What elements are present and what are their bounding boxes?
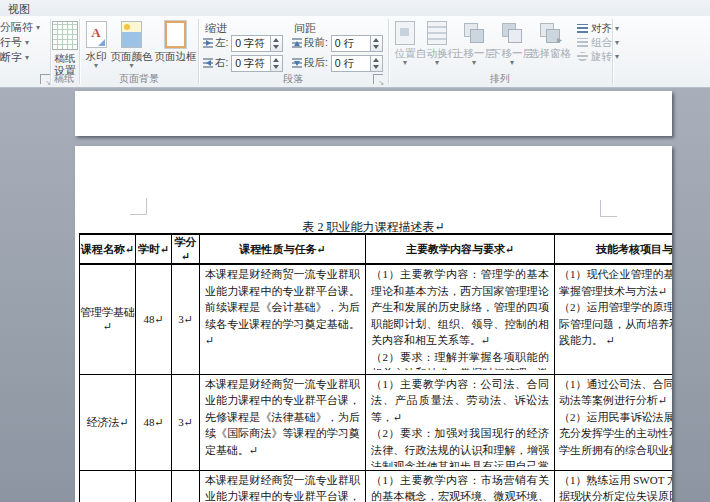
cell-content[interactable]: （1）主要教学内容：公司法、合同法、产品质量法、劳动法、诉讼法等，↵（2）要求：… bbox=[366, 374, 555, 470]
tab-view[interactable]: 视图 bbox=[8, 2, 30, 17]
table-header-row: 课程名称↵ 学时↵ 学分↵ 课程性质与任务↵ 主要教学内容与要求↵ 技能考核项目… bbox=[80, 234, 673, 264]
paragraph-group-label: 段落 bbox=[198, 72, 388, 86]
spin-down-icon[interactable] bbox=[273, 45, 279, 49]
spacing-section-label: 间距 bbox=[294, 21, 316, 36]
header-nature[interactable]: 课程性质与任务↵ bbox=[200, 234, 366, 264]
breaks-button[interactable]: 分隔符▾ bbox=[0, 20, 40, 34]
course-description-table: 课程名称↵ 学时↵ 学分↵ 课程性质与任务↵ 主要教学内容与要求↵ 技能考核项目… bbox=[79, 233, 672, 502]
page-color-icon bbox=[121, 21, 142, 48]
cell-assessment[interactable]: （1）通过公司法、合同法、动法等案例进行分析↵（2）运用民事诉讼法展开模充分发挥… bbox=[555, 374, 673, 470]
indent-right-row: 右: 0 字符 bbox=[203, 55, 283, 72]
header-course-name[interactable]: 课程名称↵ bbox=[80, 234, 136, 264]
position-icon bbox=[395, 21, 415, 45]
header-hours[interactable]: 学时↵ bbox=[136, 234, 172, 264]
margin-corner-mark-left bbox=[130, 198, 147, 215]
cell-course-name[interactable]: 管理学基础↵ bbox=[80, 264, 136, 374]
indent-right-icon bbox=[203, 58, 213, 68]
cell-hours[interactable]: 48↵ bbox=[136, 374, 172, 470]
cell-course-name[interactable]: 经济法↵ bbox=[80, 374, 136, 470]
chevron-down-icon: ▾ bbox=[25, 53, 29, 62]
header-assessment[interactable]: 技能考核项目与 bbox=[555, 234, 673, 264]
cell-credits[interactable]: 3↵ bbox=[172, 374, 200, 470]
spacing-after-icon bbox=[292, 58, 302, 68]
cell-credits[interactable] bbox=[172, 470, 200, 502]
rotate-icon bbox=[577, 52, 588, 61]
indent-right-stepper[interactable] bbox=[271, 55, 283, 72]
spin-up-icon[interactable] bbox=[373, 38, 379, 42]
spacing-after-stepper[interactable] bbox=[371, 55, 383, 72]
ribbon-page-layout: 分隔符▾ 行号▾ 断字▾ ↘ 稿纸 设置 稿纸 A 水印 ▾ 页面颜色 ▾ 页面… bbox=[0, 16, 710, 88]
chevron-down-icon: ▾ bbox=[615, 52, 619, 61]
spin-up-icon[interactable] bbox=[273, 58, 279, 62]
bring-forward-icon bbox=[462, 21, 486, 45]
indent-left-row: 左: 0 字符 bbox=[203, 35, 283, 52]
indent-right-input[interactable]: 0 字符 bbox=[231, 55, 271, 72]
cell-content[interactable]: （1）主要教学内容：市场营销有关的基本概念，宏观环境、微观环境、营销环境分析方 bbox=[366, 470, 555, 502]
indent-section-label: 缩进 bbox=[205, 21, 227, 36]
margin-corner-mark-right bbox=[600, 200, 617, 217]
manuscript-group-label: 稿纸 bbox=[50, 72, 78, 86]
cell-nature[interactable]: 本课程是财经商贸一流专业群职业能力课程中的专业群平台课。前续课程是《会计基础》，… bbox=[200, 264, 366, 374]
spin-down-icon[interactable] bbox=[273, 65, 279, 69]
chevron-down-icon: ▾ bbox=[83, 62, 109, 70]
header-content[interactable]: 主要教学内容与要求↵ bbox=[366, 234, 555, 264]
current-page[interactable]: 表 2 职业能力课程描述表↵ 课程名称↵ 学时↵ 学分↵ 课程性质与任务↵ 主要… bbox=[75, 146, 672, 502]
spin-up-icon[interactable] bbox=[273, 38, 279, 42]
previous-page-bottom[interactable] bbox=[75, 91, 672, 136]
spacing-after-input[interactable]: 0 行 bbox=[331, 55, 371, 72]
spin-down-icon[interactable] bbox=[373, 45, 379, 49]
spacing-before-stepper[interactable] bbox=[371, 35, 383, 52]
brush-icon bbox=[98, 39, 105, 46]
table-row: 本课程是财经商贸一流专业群职业能力课程中的专业群平台课，无先修课程，为 （1）主… bbox=[80, 470, 673, 502]
chevron-down-icon: ▾ bbox=[615, 24, 619, 33]
cell-credits[interactable]: 3↵ bbox=[172, 264, 200, 374]
page-setup-dialog-launcher[interactable]: ↘ bbox=[40, 74, 50, 84]
chevron-down-icon: ▾ bbox=[615, 38, 619, 47]
send-backward-icon bbox=[500, 21, 524, 45]
indent-left-stepper[interactable] bbox=[271, 35, 283, 52]
cell-hours[interactable]: 48↵ bbox=[136, 264, 172, 374]
page-borders-icon bbox=[165, 21, 186, 48]
paragraph-dialog-launcher[interactable]: ↘ bbox=[373, 74, 383, 84]
hyphenation-button[interactable]: 断字▾ bbox=[0, 50, 29, 64]
sun-icon bbox=[124, 24, 130, 30]
spin-down-icon[interactable] bbox=[373, 65, 379, 69]
cell-course-name[interactable] bbox=[80, 470, 136, 502]
cell-nature[interactable]: 本课程是财经商贸一流专业群职业能力课程中的专业群平台课，无先修课程，为 bbox=[200, 470, 366, 502]
cell-hours[interactable] bbox=[136, 470, 172, 502]
cell-content[interactable]: （1）主要教学内容：管理学的基本理论和基本方法，西方国家管理理论产生和发展的历史… bbox=[366, 264, 555, 374]
ribbon-tab-strip: 视图 bbox=[0, 0, 710, 16]
indent-left-input[interactable]: 0 字符 bbox=[231, 35, 271, 52]
align-icon bbox=[577, 24, 588, 33]
manuscript-paper-icon bbox=[52, 21, 78, 50]
group-divider bbox=[612, 19, 613, 84]
selection-pane-icon: ▸ bbox=[538, 21, 562, 45]
cell-nature[interactable]: 本课程是财经商贸一流专业群职业能力课程中的专业群平台课，先修课程是《法律基础》，… bbox=[200, 374, 366, 470]
chevron-down-icon: ▾ bbox=[109, 62, 154, 70]
line-numbers-button[interactable]: 行号▾ bbox=[0, 35, 29, 49]
page-background-group-label: 页面背景 bbox=[80, 72, 198, 86]
spin-up-icon[interactable] bbox=[373, 58, 379, 62]
arrange-group-label: 排列 bbox=[388, 72, 612, 86]
spacing-before-row: 段前: 0 行 bbox=[292, 35, 383, 52]
indent-left-icon bbox=[203, 38, 213, 48]
header-credits[interactable]: 学分↵ bbox=[172, 234, 200, 264]
cell-assessment[interactable]: （1）现代企业管理的基本原掌握管理技术与方法↵（2）运用管理学的原理和方际管理问… bbox=[555, 264, 673, 374]
group-objects-icon bbox=[577, 38, 588, 47]
table-row: 管理学基础↵ 48↵ 3↵ 本课程是财经商贸一流专业群职业能力课程中的专业群平台… bbox=[80, 264, 673, 374]
document-area: 表 2 职业能力课程描述表↵ 课程名称↵ 学时↵ 学分↵ 课程性质与任务↵ 主要… bbox=[0, 88, 710, 502]
watermark-icon: A bbox=[86, 21, 107, 48]
wrap-text-icon bbox=[427, 21, 447, 45]
spacing-before-icon bbox=[292, 38, 302, 48]
spacing-after-row: 段后: 0 行 bbox=[292, 55, 383, 72]
table-row: 经济法↵ 48↵ 3↵ 本课程是财经商贸一流专业群职业能力课程中的专业群平台课，… bbox=[80, 374, 673, 470]
spacing-before-input[interactable]: 0 行 bbox=[331, 35, 371, 52]
chevron-down-icon: ▾ bbox=[36, 23, 40, 32]
cell-assessment[interactable]: （1）熟练运用 SWOT 方法进据现状分析定位失误原因并 bbox=[555, 470, 673, 502]
chevron-down-icon: ▾ bbox=[25, 38, 29, 47]
launcher-arrow-icon: ↘ bbox=[378, 79, 384, 86]
